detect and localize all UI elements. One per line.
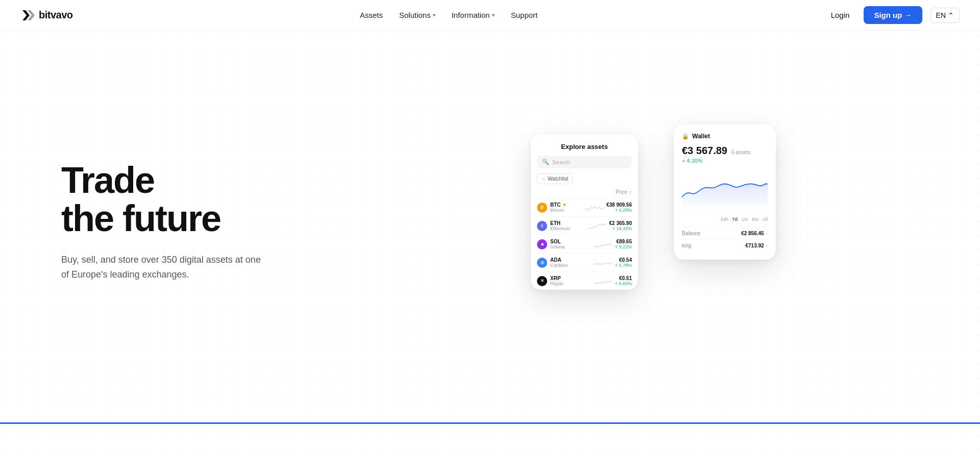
nav-information[interactable]: Information ▾ bbox=[452, 11, 495, 19]
wallet-chart bbox=[682, 169, 768, 210]
price-sort-icon[interactable]: ↕ bbox=[629, 189, 632, 195]
hero-title: Trade the future bbox=[61, 161, 357, 238]
eth-icon: Ξ bbox=[537, 221, 547, 231]
wallet-staking-row: king €713.92 › bbox=[682, 239, 768, 251]
filter-24h[interactable]: 24h bbox=[720, 217, 728, 222]
solutions-chevron-icon: ▾ bbox=[433, 12, 435, 18]
nav-assets[interactable]: Assets bbox=[360, 11, 383, 19]
sol-icon: ◈ bbox=[537, 239, 547, 249]
filter-7d[interactable]: 7d bbox=[732, 217, 738, 222]
staking-row-arrow-icon: › bbox=[766, 243, 768, 248]
navbar: bitvavo Assets Solutions ▾ Information ▾… bbox=[0, 0, 980, 31]
filter-all[interactable]: All bbox=[763, 217, 768, 222]
table-row[interactable]: ◎ ADA Cardano €0.54 + 5.78% bbox=[531, 253, 638, 271]
hero-section: Trade the future Buy, sell, and store ov… bbox=[0, 0, 980, 453]
logo-icon bbox=[20, 8, 35, 22]
logo-text: bitvavo bbox=[39, 9, 73, 21]
wallet-change: + 4.30% bbox=[682, 158, 768, 164]
hero-left: Trade the future Buy, sell, and store ov… bbox=[61, 161, 357, 303]
eth-sparkline bbox=[588, 221, 606, 231]
filter-6m[interactable]: 6m bbox=[752, 217, 758, 222]
filter-1m[interactable]: 1m bbox=[742, 217, 748, 222]
btc-icon: ₿ bbox=[537, 203, 547, 213]
ada-icon: ◎ bbox=[537, 258, 547, 268]
nav-support[interactable]: Support bbox=[511, 11, 538, 19]
table-row[interactable]: Ξ ETH Ethereum €2 365.90 + 14.43% bbox=[531, 216, 638, 235]
language-selector[interactable]: EN ⌃ bbox=[930, 8, 960, 23]
xrp-icon: ✕ bbox=[537, 276, 547, 286]
lang-chevron-icon: ⌃ bbox=[948, 11, 954, 19]
hero-right: Explore assets 🔍 Search ☆ Watchlist Pric… bbox=[388, 124, 919, 339]
asset-info: BTC ★ Bitcoin bbox=[550, 202, 582, 213]
information-chevron-icon: ▾ bbox=[492, 12, 495, 18]
phone-mockup: Explore assets 🔍 Search ☆ Watchlist Pric… bbox=[531, 124, 776, 339]
table-row[interactable]: ✕ XRP Ripple €0.51 + 5.60% bbox=[531, 271, 638, 290]
sol-sparkline bbox=[594, 239, 612, 249]
xrp-sparkline bbox=[594, 276, 612, 286]
logo[interactable]: bitvavo bbox=[20, 8, 73, 22]
hero-content: Trade the future Buy, sell, and store ov… bbox=[61, 124, 919, 339]
search-bar[interactable]: 🔍 Search bbox=[537, 156, 632, 168]
assets-panel: Explore assets 🔍 Search ☆ Watchlist Pric… bbox=[531, 135, 638, 290]
nav-links: Assets Solutions ▾ Information ▾ Support bbox=[360, 11, 537, 19]
signup-button[interactable]: Sign up → bbox=[864, 6, 922, 24]
hero-subtitle: Buy, sell, and store over 350 digital as… bbox=[61, 253, 265, 282]
wallet-lock-icon: 🔒 bbox=[682, 133, 689, 140]
wallet-assets-count: 6 assets bbox=[731, 149, 750, 155]
btc-sparkline bbox=[585, 203, 603, 213]
ada-sparkline bbox=[594, 258, 612, 268]
time-filters: 24h 7d 1m 6m All bbox=[682, 217, 768, 222]
search-placeholder: Search bbox=[552, 159, 570, 165]
login-button[interactable]: Login bbox=[825, 7, 856, 23]
assets-panel-header: Explore assets bbox=[531, 143, 638, 156]
wallet-panel: 🔒 Wallet €3 567.89 6 assets + 4.30% bbox=[674, 124, 776, 260]
nav-solutions[interactable]: Solutions ▾ bbox=[399, 11, 435, 19]
wallet-title: Wallet bbox=[692, 133, 710, 140]
table-row[interactable]: ₿ BTC ★ Bitcoin €38 909.56 + 4.29% bbox=[531, 198, 638, 216]
bottom-accent-bar bbox=[0, 422, 980, 453]
watchlist-label: Watchlist bbox=[548, 176, 568, 182]
price-header: Price ↕ bbox=[531, 189, 638, 198]
table-row[interactable]: ◈ SOL Solana €89.65 + 9.22% bbox=[531, 235, 638, 253]
nav-actions: Login Sign up → EN ⌃ bbox=[825, 6, 960, 24]
star-icon: ★ bbox=[562, 203, 566, 207]
wallet-balance-row: Balance €2 856.45 › bbox=[682, 227, 768, 239]
wallet-balance: €3 567.89 bbox=[682, 145, 727, 157]
watchlist-filter[interactable]: ☆ Watchlist bbox=[537, 173, 573, 184]
search-icon: 🔍 bbox=[542, 159, 549, 165]
balance-row-arrow-icon: › bbox=[766, 231, 768, 236]
watchlist-star-icon: ☆ bbox=[542, 177, 546, 182]
